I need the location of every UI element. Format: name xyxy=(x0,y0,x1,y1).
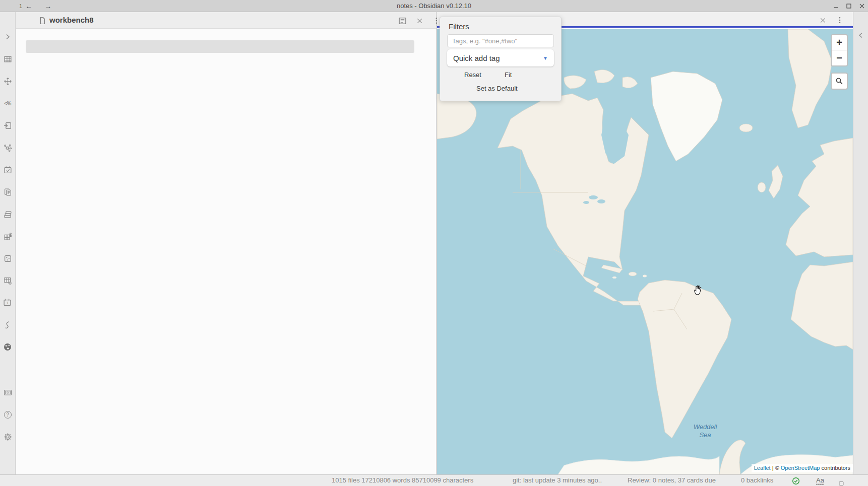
map-filters-popup: Filters Quick add tag ▼ Reset Fit Set as… xyxy=(440,17,562,101)
close-pane-icon[interactable] xyxy=(414,16,424,26)
calendar-day-number: 1 xyxy=(3,301,12,305)
expand-right-sidebar-icon[interactable] xyxy=(857,31,865,41)
openstreetmap-link[interactable]: OpenStreetMap xyxy=(781,465,820,471)
quick-add-tag-label: Quick add tag xyxy=(453,54,543,62)
text-size-toggle[interactable]: Aa xyxy=(816,475,824,486)
blocks-icon[interactable] xyxy=(3,232,12,241)
git-status: git: last update 3 minutes ago.. xyxy=(513,475,602,486)
sync-ok-icon xyxy=(792,477,800,486)
table-icon[interactable] xyxy=(3,54,12,63)
close-window-button[interactable] xyxy=(859,3,865,9)
squiggle-icon[interactable] xyxy=(3,320,12,329)
table-gear-icon[interactable] xyxy=(3,276,12,285)
box-arrow-icon[interactable] xyxy=(3,121,12,130)
leaflet-link[interactable]: Leaflet xyxy=(754,465,771,471)
settings-gear-icon[interactable] xyxy=(3,432,12,441)
vault-switcher-icon[interactable] xyxy=(3,388,12,397)
pan-icon[interactable] xyxy=(3,77,12,86)
hand-cursor xyxy=(692,284,704,298)
set-as-default-button[interactable]: Set as Default xyxy=(476,85,518,92)
zoom-in-button[interactable]: + xyxy=(832,35,847,50)
expand-sidebar-icon[interactable] xyxy=(3,32,12,41)
maximize-button[interactable] xyxy=(846,3,852,9)
note-pane: workbench8 xyxy=(16,12,437,474)
status-bar: 1015 files 17210806 words 85710099 chara… xyxy=(0,474,868,486)
note-title: workbench8 xyxy=(49,12,94,29)
copy-documents-icon[interactable] xyxy=(3,187,12,196)
filters-title: Filters xyxy=(449,22,469,31)
title-bar: 1 ← → notes - Obsidian v0.12.10 xyxy=(0,0,868,12)
quick-add-tag-dropdown[interactable]: Quick add tag ▼ xyxy=(447,49,554,66)
file-icon xyxy=(37,16,47,26)
tags-filter-input[interactable] xyxy=(447,34,554,47)
graph-icon[interactable] xyxy=(3,143,12,152)
review-status[interactable]: Review: 0 notes, 37 cards due xyxy=(628,475,716,486)
fit-button[interactable]: Fit xyxy=(505,71,512,79)
random-dice-icon[interactable] xyxy=(3,254,12,263)
map-search-button[interactable] xyxy=(831,73,848,90)
help-icon[interactable]: ? xyxy=(3,410,12,419)
note-pane-header: workbench8 xyxy=(16,12,436,29)
minimize-button[interactable] xyxy=(833,3,839,9)
sea-label: Weddell Sea xyxy=(685,423,725,439)
map-zoom-control: + − xyxy=(831,34,848,66)
left-ribbon: <% 1 ? xyxy=(0,12,16,474)
calendar-check-icon[interactable] xyxy=(3,165,12,174)
small-window-icon[interactable] xyxy=(839,478,844,486)
window-title: notes - Obsidian v0.12.10 xyxy=(0,0,868,12)
empty-note-block[interactable] xyxy=(26,40,414,53)
zoom-out-button[interactable]: − xyxy=(832,50,847,65)
backlinks-count[interactable]: 0 backlinks xyxy=(741,475,773,486)
close-map-pane-icon[interactable] xyxy=(818,15,828,25)
obsidian-window: 1 ← → notes - Obsidian v0.12.10 <% 1 ? xyxy=(0,0,868,486)
templater-icon[interactable]: <% xyxy=(3,99,12,108)
search-icon xyxy=(835,77,843,85)
calendar-day-icon[interactable]: 1 xyxy=(3,298,12,307)
card-stack-icon[interactable] xyxy=(3,210,12,219)
file-stats: 1015 files 17210806 words 85710099 chara… xyxy=(332,475,473,486)
map-pane-menu-icon[interactable] xyxy=(835,15,845,25)
reading-view-icon[interactable] xyxy=(397,16,407,26)
dropdown-arrow-icon: ▼ xyxy=(543,55,548,61)
map-globe-icon[interactable] xyxy=(3,342,12,352)
map-attribution: Leaflet | © OpenStreetMap contributors xyxy=(752,464,853,472)
reset-button[interactable]: Reset xyxy=(464,71,481,79)
right-sidebar-strip xyxy=(853,12,868,474)
